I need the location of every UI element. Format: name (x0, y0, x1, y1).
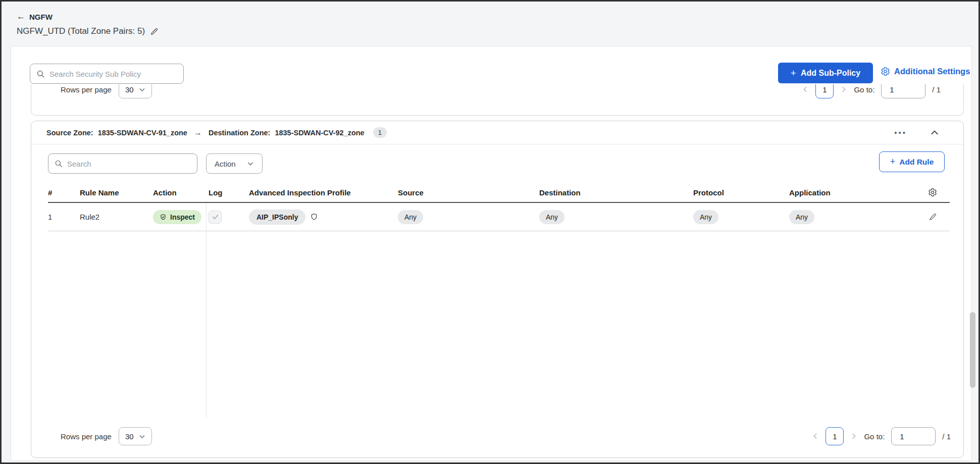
rule-table-pagination: Rows per page 30 1 (31, 422, 963, 450)
rows-per-page-select[interactable]: 30 (119, 84, 152, 98)
col-number: # (48, 188, 80, 197)
current-page-button[interactable]: 1 (815, 84, 834, 98)
rule-toolbar: Action + Add Rule (31, 144, 963, 183)
col-application: Application (789, 188, 915, 197)
edit-rule-icon[interactable] (915, 213, 950, 221)
current-page-button[interactable]: 1 (826, 427, 844, 445)
rule-name: Rule2 (80, 213, 153, 221)
zone-pair-title: Source Zone: 1835-SDWAN-CV-91_zone → Des… (46, 127, 387, 138)
col-log: Log (209, 188, 249, 197)
page-header: ← NGFW NGFW_UTD (Total Zone Pairs: 5) (17, 12, 159, 36)
col-source: Source (398, 188, 539, 197)
sub-policy-search-input[interactable] (49, 70, 177, 78)
aip-badge: AIP_IPSonly (249, 210, 305, 225)
rows-per-page-label: Rows per page (61, 432, 112, 441)
goto-page-input[interactable] (881, 84, 925, 98)
shield-check-icon (160, 214, 167, 221)
action-filter-select[interactable]: Action (206, 153, 263, 174)
add-sub-policy-button[interactable]: + Add Sub-Policy (778, 63, 873, 83)
back-button[interactable]: ← NGFW (17, 12, 159, 22)
zone-pair-header: Source Zone: 1835-SDWAN-CV-91_zone → Des… (31, 121, 963, 144)
sub-policy-search[interactable] (30, 64, 184, 84)
col-rule-name: Rule Name (80, 188, 153, 197)
rule-number: 1 (48, 213, 80, 221)
rule-count-badge: 1 (373, 127, 387, 138)
chevron-right-icon (850, 433, 857, 440)
search-icon (55, 160, 63, 168)
chevron-down-icon (139, 433, 145, 440)
arrow-right-icon: → (194, 128, 202, 137)
back-label: NGFW (29, 13, 53, 21)
source-zone-value: 1835-SDWAN-CV-91_zone (98, 129, 187, 137)
next-page-button[interactable] (840, 86, 847, 93)
column-settings-gear-icon[interactable] (915, 188, 950, 197)
more-options-icon[interactable]: ••• (894, 128, 907, 137)
zone-pair-card: Source Zone: 1835-SDWAN-CV-91_zone → Des… (31, 121, 964, 458)
source-any-badge: Any (398, 210, 423, 224)
page-total: / 1 (942, 432, 951, 441)
edit-title-icon[interactable] (150, 27, 159, 36)
chevron-down-icon (247, 160, 254, 167)
rows-per-page-label: Rows per page (61, 85, 112, 94)
next-page-button[interactable] (850, 433, 857, 440)
col-destination: Destination (539, 188, 693, 197)
action-inspect-badge: Inspect (153, 210, 201, 224)
previous-card-pagination: Rows per page 30 1 Go to: (31, 84, 963, 104)
goto-page-input[interactable] (891, 427, 936, 445)
vertical-scrollbar-thumb[interactable] (970, 312, 975, 388)
previous-zone-pair-card-clipped: Rows per page 30 1 Go to: (31, 84, 964, 116)
rows-per-page-select[interactable]: 30 (119, 427, 152, 445)
policy-toolbar: + Add Sub-Policy Additional Settings (11, 46, 971, 84)
application-any-badge: Any (789, 210, 814, 224)
prev-page-button[interactable] (802, 86, 809, 93)
chevron-right-icon (840, 86, 847, 93)
check-icon (212, 213, 219, 221)
col-protocol: Protocol (693, 188, 789, 197)
col-aip: Advanced Inspection Profile (249, 188, 398, 197)
shield-icon (310, 213, 318, 221)
additional-settings-button[interactable]: Additional Settings (881, 67, 970, 76)
rule-table-header: # Rule Name Action Log Advanced Inspecti… (48, 183, 950, 203)
policy-panel: + Add Sub-Policy Additional Settings Row… (11, 46, 972, 461)
page-total: / 1 (932, 85, 941, 94)
log-checkbox[interactable] (209, 211, 222, 224)
add-rule-button[interactable]: + Add Rule (879, 151, 945, 172)
page-title: NGFW_UTD (Total Zone Pairs: 5) (17, 26, 145, 36)
back-arrow-icon: ← (17, 12, 25, 22)
destination-any-badge: Any (539, 210, 564, 224)
chevron-down-icon (139, 86, 145, 93)
goto-label: Go to: (854, 85, 874, 94)
source-zone-label: Source Zone: (46, 129, 93, 137)
rule-table-row: 1 Rule2 Inspect AIP_IPSonly (48, 203, 950, 231)
prev-page-button[interactable] (812, 433, 819, 440)
destination-zone-value: 1835-SDWAN-CV-92_zone (275, 129, 364, 137)
chevron-left-icon (802, 86, 809, 93)
plus-icon: + (791, 68, 796, 79)
destination-zone-label: Destination Zone: (209, 129, 270, 137)
gear-icon (881, 67, 890, 76)
plus-icon: + (890, 157, 896, 167)
pinned-column-divider (206, 203, 207, 418)
goto-label: Go to: (864, 432, 885, 441)
app-window: ← NGFW NGFW_UTD (Total Zone Pairs: 5) + … (0, 0, 980, 464)
collapse-chevron-up-icon[interactable] (930, 128, 939, 137)
rule-search[interactable] (48, 153, 197, 174)
search-icon (36, 70, 45, 78)
chevron-left-icon (812, 433, 819, 440)
rule-search-input[interactable] (67, 160, 191, 168)
col-action: Action (153, 188, 209, 197)
protocol-any-badge: Any (693, 210, 718, 224)
